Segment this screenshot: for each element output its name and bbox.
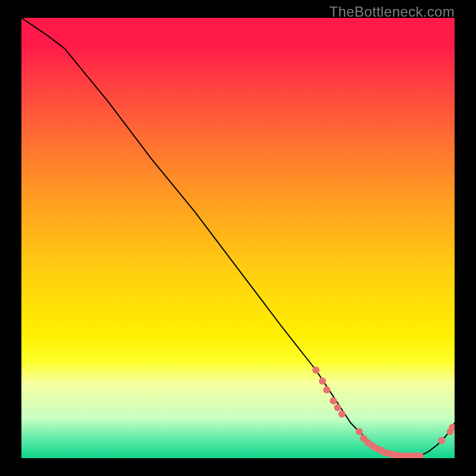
data-point	[330, 397, 337, 405]
chart-frame: TheBottleneck.com	[0, 0, 476, 476]
data-point	[312, 367, 320, 374]
data-point	[356, 428, 363, 436]
data-point	[323, 386, 330, 393]
curve-line	[21, 18, 455, 456]
data-points	[312, 367, 455, 458]
plot-area	[21, 18, 455, 458]
data-point	[339, 411, 346, 418]
bottleneck-chart	[21, 18, 455, 458]
data-point	[319, 378, 326, 385]
data-point	[438, 437, 445, 444]
data-point	[334, 404, 341, 411]
